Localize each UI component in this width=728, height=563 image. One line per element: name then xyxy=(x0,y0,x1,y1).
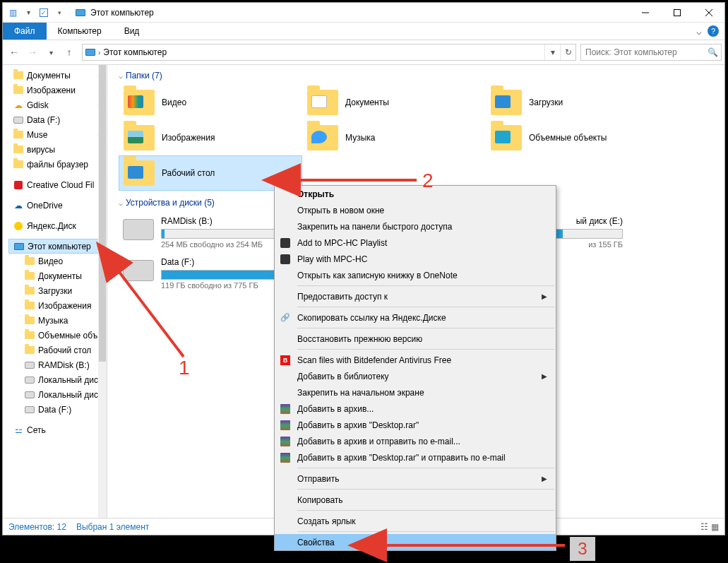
sidebar-item-8[interactable]: ☁OneDrive xyxy=(8,198,107,213)
sidebar-scrollbar[interactable] xyxy=(98,65,107,518)
folder-item-dl[interactable]: Загрузки xyxy=(486,85,669,120)
context-item-label: Добавить в архив и отправить по e-mail..… xyxy=(297,437,460,446)
qat-checkbox-icon[interactable]: ✓ xyxy=(37,6,51,20)
folder-item-img[interactable]: Изображения xyxy=(119,120,302,155)
folder-icon xyxy=(13,85,24,96)
sidebar-item-21[interactable]: Data (F:) xyxy=(8,402,107,417)
sidebar-item-22[interactable]: ⚍Сеть xyxy=(8,422,107,437)
submenu-arrow-icon: ▶ xyxy=(542,475,547,482)
folder-label: Документы xyxy=(345,97,389,107)
sidebar-item-16[interactable]: Объемные объ xyxy=(8,328,107,343)
context-item-17[interactable]: Добавить в архив "Desktop.rar" xyxy=(275,417,556,433)
sidebar-item-3[interactable]: Data (F:)📌 xyxy=(8,112,107,127)
folder-label: Объемные объекты xyxy=(529,133,607,143)
context-item-0[interactable]: Открыть xyxy=(275,186,556,202)
context-item-18[interactable]: Добавить в архив и отправить по e-mail..… xyxy=(275,433,556,449)
sidebar-item-6[interactable]: файлы браузер xyxy=(8,157,107,172)
context-item-label: Добавить в архив... xyxy=(297,404,374,414)
folder-item-music[interactable]: Музыка xyxy=(302,120,486,155)
annotation-number-3-box: 3 xyxy=(570,537,595,561)
back-button[interactable]: ← xyxy=(6,44,23,61)
context-item-11[interactable]: Восстановить прежнюю версию xyxy=(275,331,556,347)
qat-properties-icon[interactable]: ▥ xyxy=(6,6,20,20)
folder-item-3d[interactable]: Объемные объекты xyxy=(486,120,669,155)
sidebar-item-11[interactable]: Видео xyxy=(8,254,107,268)
context-item-3[interactable]: Add to MPC-HC Playlist xyxy=(275,235,556,251)
context-item-25[interactable]: Создать ярлык xyxy=(275,513,556,529)
sidebar-item-9[interactable]: Яндекс.Диск xyxy=(8,218,107,233)
forward-button[interactable]: → xyxy=(24,44,41,61)
refresh-button[interactable]: ↻ xyxy=(560,45,575,60)
context-item-16[interactable]: Добавить в архив... xyxy=(275,401,556,417)
ribbon-computer-tab[interactable]: Компьютер xyxy=(47,23,113,40)
folder-sys-icon xyxy=(24,345,35,356)
context-item-5[interactable]: Открыть как записную книжку в OneNote xyxy=(275,267,556,283)
help-icon[interactable]: ? xyxy=(708,25,719,37)
folders-section-header[interactable]: ⌵ Папки (7) xyxy=(119,71,716,81)
sidebar-item-13[interactable]: Загрузки xyxy=(8,283,107,298)
ribbon-file-tab[interactable]: Файл xyxy=(3,23,47,40)
qat-caret-icon[interactable]: ▾ xyxy=(21,6,35,20)
sidebar-item-18[interactable]: RAMDisk (B:) xyxy=(8,357,107,372)
context-item-2[interactable]: Закрепить на панели быстрого доступа xyxy=(275,218,556,235)
search-input[interactable] xyxy=(584,47,708,58)
sidebar-scroll-thumb[interactable] xyxy=(99,65,106,362)
context-item-7[interactable]: Предоставить доступ к▶ xyxy=(275,288,556,304)
sidebar-item-14[interactable]: Изображения xyxy=(8,298,107,313)
up-button[interactable]: ↑ xyxy=(61,44,78,61)
maximize-button[interactable] xyxy=(661,3,693,23)
sidebar-item-20[interactable]: Локальный дис xyxy=(8,387,107,402)
context-item-label: Восстановить прежнюю версию xyxy=(297,334,422,344)
context-item-label: Копировать xyxy=(297,495,343,505)
context-item-label: Открыть как записную книжку в OneNote xyxy=(297,271,458,280)
context-separator xyxy=(297,307,554,307)
folder-icon xyxy=(491,90,522,115)
sidebar-item-0[interactable]: Документы📌 xyxy=(8,68,107,83)
sidebar-item-label: Изображения xyxy=(38,301,91,311)
folder-item-video[interactable]: Видео xyxy=(119,85,302,120)
ribbon-view-tab[interactable]: Вид xyxy=(113,23,151,40)
address-bar[interactable]: › Этот компьютер ▾ ↻ xyxy=(82,44,576,61)
context-item-9[interactable]: 🔗Скопировать ссылку на Яндекс.Диске xyxy=(275,309,556,326)
context-separator xyxy=(297,328,554,328)
context-item-23[interactable]: Копировать xyxy=(275,492,556,508)
context-item-14[interactable]: Добавить в библиотеку▶ xyxy=(275,368,556,384)
context-item-4[interactable]: Play with MPC-HC xyxy=(275,251,556,267)
sidebar-item-17[interactable]: Рабочий стол xyxy=(8,343,107,357)
context-item-1[interactable]: Открыть в новом окне xyxy=(275,202,556,218)
close-button[interactable] xyxy=(693,3,724,23)
large-icons-view-icon[interactable]: ▦ xyxy=(711,522,719,532)
sidebar-item-4[interactable]: Muse📌 xyxy=(8,127,107,142)
folder-item-doc[interactable]: Документы xyxy=(302,85,486,120)
sidebar-item-12[interactable]: Документы xyxy=(8,268,107,283)
history-dropdown-icon[interactable]: ▾ xyxy=(42,44,59,61)
sidebar-item-label: файлы браузер xyxy=(27,160,88,170)
ribbon-tabs: Файл Компьютер Вид ⌵ ? xyxy=(3,23,724,40)
search-icon[interactable]: 🔍 xyxy=(708,47,718,57)
sidebar-item-2[interactable]: ☁Gdisk📌 xyxy=(8,97,107,112)
address-dropdown-icon[interactable]: ▾ xyxy=(544,45,560,60)
sidebar-item-15[interactable]: Музыка xyxy=(8,313,107,328)
qat-overflow-icon[interactable]: ▾ xyxy=(52,6,66,20)
svg-rect-1 xyxy=(674,9,680,16)
search-box[interactable]: 🔍 xyxy=(580,44,722,61)
context-item-27[interactable]: Свойства xyxy=(275,534,556,550)
sidebar-item-19[interactable]: Локальный дис xyxy=(8,372,107,387)
context-item-label: Add to MPC-HC Playlist xyxy=(297,238,387,248)
sidebar-item-5[interactable]: вирусы xyxy=(8,142,107,157)
context-item-15[interactable]: Закрепить на начальном экране xyxy=(275,384,556,401)
sidebar-item-1[interactable]: Изображени📌 xyxy=(8,83,107,97)
breadcrumb-root[interactable]: Этот компьютер xyxy=(100,47,169,57)
context-item-21[interactable]: Отправить▶ xyxy=(275,470,556,487)
cloud-icon: ☁ xyxy=(13,100,24,111)
context-item-13[interactable]: BScan files with Bitdefender Antivirus F… xyxy=(275,352,556,368)
context-item-label: Play with MPC-HC xyxy=(297,254,367,264)
minimize-button[interactable] xyxy=(629,3,661,23)
titlebar: ▥ ▾ ✓ ▾ Этот компьютер xyxy=(3,3,724,23)
sidebar-item-10[interactable]: Этот компьютер xyxy=(8,239,107,254)
rar-icon xyxy=(280,420,291,431)
sidebar-item-7[interactable]: Creative Cloud Fil xyxy=(8,177,107,192)
details-view-icon[interactable]: ☷ xyxy=(700,522,708,532)
ribbon-expand-icon[interactable]: ⌵ xyxy=(696,26,702,37)
context-item-19[interactable]: Добавить в архив "Desktop.rar" и отправи… xyxy=(275,449,556,466)
